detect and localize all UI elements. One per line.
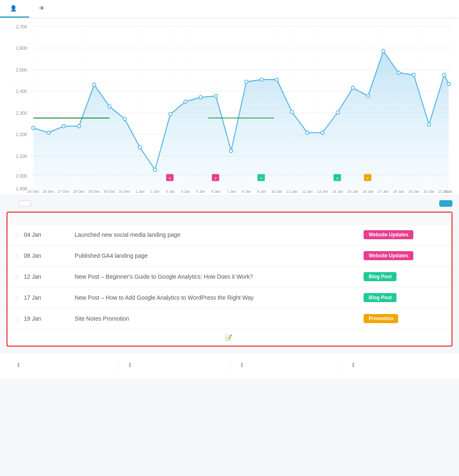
line-chart: 2,700 2,600 2,500 2,400 2,300 2,200 2,10…	[7, 22, 452, 195]
svg-point-41	[366, 94, 370, 97]
row-note-3: New Post – How to Add Google Analytics t…	[68, 287, 357, 308]
svg-point-45	[427, 123, 431, 126]
svg-point-39	[336, 111, 339, 114]
sessions-person-icon: 👤	[10, 5, 17, 12]
tab-sessions[interactable]: 👤	[0, 0, 29, 18]
close-notes-row: 📝	[7, 329, 452, 346]
svg-text:17 Jan: 17 Jan	[378, 189, 389, 194]
svg-point-32	[230, 149, 233, 153]
star-icon-2[interactable]: ☆	[14, 273, 20, 281]
category-badge-2: Blog Post	[364, 272, 396, 281]
svg-point-22	[77, 125, 81, 128]
chart-svg: 2,700 2,600 2,500 2,400 2,300 2,200 2,10…	[7, 22, 452, 195]
svg-text:1 Jan: 1 Jan	[135, 189, 144, 194]
row-category-2: Blog Post	[357, 266, 452, 287]
svg-text:≡: ≡	[366, 176, 369, 180]
svg-point-31	[214, 94, 218, 97]
star-icon-0[interactable]: ☆	[14, 231, 20, 239]
stat-total-users-info-icon[interactable]: ℹ	[352, 362, 354, 368]
star-icon-1[interactable]: ☆	[14, 252, 20, 260]
svg-text:3 Jan: 3 Jan	[166, 189, 175, 194]
controls-bar	[0, 195, 459, 212]
svg-point-42	[382, 49, 385, 53]
svg-point-21	[62, 125, 65, 128]
star-icon-4[interactable]: ☆	[14, 315, 20, 323]
table-row: ☆ 19 Jan Site Notes Promotion Promotion	[7, 308, 452, 329]
svg-text:26 Dec: 26 Dec	[43, 189, 55, 194]
svg-text:≡: ≡	[336, 176, 338, 180]
pageviews-eye-icon: 👁	[39, 5, 45, 12]
svg-point-20	[47, 131, 50, 134]
svg-text:11 Jan: 11 Jan	[286, 189, 297, 194]
col-category	[357, 213, 452, 224]
svg-point-26	[138, 146, 141, 149]
table-row: ☆ 04 Jan Launched new social media landi…	[7, 224, 452, 245]
stat-total-users: ℹ	[341, 362, 452, 370]
svg-text:30 Dec: 30 Dec	[104, 189, 116, 194]
svg-point-35	[275, 78, 278, 81]
table-row: ☆ 08 Jan Published GA4 landing page Webs…	[7, 245, 452, 266]
category-badge-3: Blog Post	[364, 293, 396, 302]
notes-table: ☆ 04 Jan Launched new social media landi…	[7, 213, 452, 346]
row-category-4: Promotion	[357, 308, 452, 329]
svg-text:15 Jan: 15 Jan	[347, 189, 358, 194]
svg-point-19	[32, 126, 35, 129]
category-badge-1: Website Updates	[364, 251, 413, 260]
svg-point-44	[412, 73, 415, 76]
svg-point-28	[169, 112, 172, 116]
svg-text:12 Jan: 12 Jan	[301, 189, 313, 194]
svg-text:27 Dec: 27 Dec	[58, 189, 70, 194]
svg-text:25 Dec: 25 Dec	[28, 189, 39, 194]
show-filter	[7, 201, 31, 206]
close-notes-icon: 📝	[225, 334, 232, 341]
svg-text:5 Jan: 5 Jan	[196, 189, 205, 194]
svg-text:2 Jan: 2 Jan	[151, 189, 160, 194]
svg-text:2,400: 2,400	[16, 89, 27, 94]
table-row: ☆ 12 Jan New Post – Beginner's Guide to …	[7, 266, 452, 287]
tab-pageviews[interactable]: 👁	[29, 0, 57, 18]
svg-point-38	[321, 131, 324, 134]
stat-avg-session-info-icon[interactable]: ℹ	[241, 362, 243, 368]
row-category-1: Website Updates	[357, 245, 452, 266]
svg-text:1,900: 1,900	[16, 186, 27, 191]
star-icon-3[interactable]: ☆	[14, 294, 20, 302]
row-note-4: Site Notes Promotion	[68, 308, 357, 329]
chart-tabs: 👤 👁	[0, 0, 459, 18]
row-date-2: 12 Jan	[24, 273, 41, 280]
stat-pageviews-info-icon[interactable]: ℹ	[129, 362, 131, 368]
svg-point-33	[245, 80, 248, 83]
add-note-button[interactable]	[439, 200, 452, 207]
svg-text:6 Jan: 6 Jan	[211, 189, 220, 194]
svg-point-40	[351, 86, 355, 89]
svg-text:19 Jan: 19 Jan	[408, 189, 419, 194]
row-date-3: 17 Jan	[24, 294, 41, 301]
row-date-4: 19 Jan	[24, 315, 41, 322]
close-notes-link[interactable]: 📝	[225, 334, 234, 341]
svg-text:≡: ≡	[169, 176, 171, 180]
svg-text:2,500: 2,500	[16, 67, 27, 72]
category-badge-4: Promotion	[364, 314, 398, 323]
svg-text:22 Jan: 22 Jan	[443, 189, 452, 194]
row-note-1: Published GA4 landing page	[68, 245, 357, 266]
stat-sessions-info-icon[interactable]: ℹ	[17, 362, 19, 368]
svg-text:2,100: 2,100	[16, 153, 27, 158]
svg-text:≡: ≡	[260, 176, 262, 180]
row-note-2: New Post – Beginner's Guide to Google An…	[68, 266, 357, 287]
svg-point-29	[184, 100, 187, 103]
svg-point-30	[199, 96, 202, 99]
stat-avg-session: ℹ	[230, 362, 341, 370]
svg-text:14 Jan: 14 Jan	[332, 189, 343, 194]
svg-text:2,300: 2,300	[16, 110, 27, 115]
category-badge-0: Website Updates	[364, 230, 413, 239]
table-header-row	[7, 213, 452, 224]
svg-text:8 Jan: 8 Jan	[242, 189, 251, 194]
row-category-0: Website Updates	[357, 224, 452, 245]
notes-table-wrapper: ☆ 04 Jan Launched new social media landi…	[7, 212, 452, 347]
col-date	[7, 213, 68, 224]
svg-point-24	[108, 105, 111, 108]
svg-point-34	[260, 78, 263, 81]
export-button[interactable]	[19, 201, 31, 206]
svg-text:16 Jan: 16 Jan	[362, 189, 373, 194]
svg-text:7 Jan: 7 Jan	[227, 189, 236, 194]
svg-text:2,000: 2,000	[16, 173, 27, 178]
